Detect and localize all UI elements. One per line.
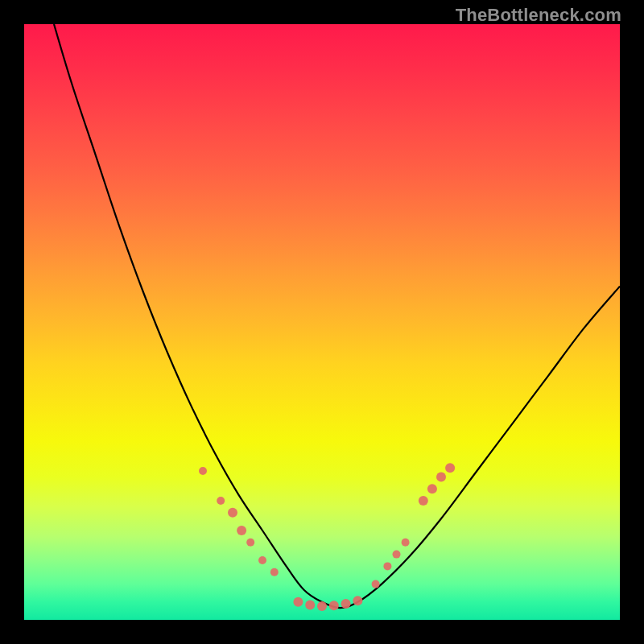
curve-marker <box>293 597 303 607</box>
curve-marker <box>305 601 315 610</box>
plot-svg <box>24 24 620 620</box>
curve-marker <box>427 484 437 493</box>
curve-marker <box>445 463 455 473</box>
curve-marker <box>329 601 339 610</box>
plot-area <box>24 24 620 620</box>
curve-marker <box>402 539 410 547</box>
curve-marker <box>372 580 380 588</box>
curve-marker <box>237 526 246 535</box>
curve-marker <box>436 472 446 481</box>
curve-marker <box>228 508 237 518</box>
curve-marker <box>270 568 279 576</box>
curve-marker <box>341 599 351 609</box>
bottleneck-curve <box>54 24 620 608</box>
curve-marker <box>353 596 362 605</box>
curve-marker <box>246 539 254 547</box>
curve-marker <box>199 467 207 475</box>
curve-marker <box>419 496 428 506</box>
watermark-text: TheBottleneck.com <box>456 5 621 26</box>
chart-frame: TheBottleneck.com <box>0 0 644 644</box>
curve-marker <box>393 551 401 559</box>
curve-marker <box>217 497 225 505</box>
curve-markers <box>199 463 455 611</box>
curve-marker <box>317 601 327 611</box>
curve-marker <box>383 562 391 570</box>
curve-marker <box>258 556 266 564</box>
